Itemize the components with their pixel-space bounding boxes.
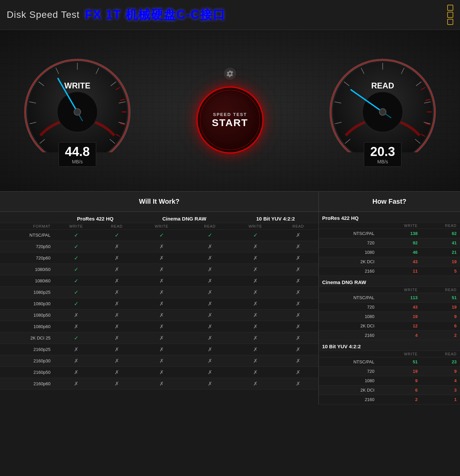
table-row: 1080p30✓✗✗✗✗✗	[0, 298, 318, 310]
compat-cell: ✗	[233, 332, 278, 344]
read-unit: MB/s	[370, 159, 395, 164]
compat-cell: ✗	[278, 275, 318, 287]
compat-cell: ✗	[98, 298, 136, 310]
will-it-work-section: Will It Work? ProRes 422 HQ Cinema DNG R…	[0, 192, 319, 404]
fast-data-row: 2K DCI126	[319, 321, 460, 331]
write-gauge-svg: WRITE	[20, 55, 135, 152]
cross-mark: ✗	[74, 312, 78, 318]
start-button[interactable]: SPEED TEST START	[196, 86, 264, 154]
fast-write-cell: 92	[378, 238, 421, 248]
cross-mark: ✗	[74, 324, 78, 329]
table-row: 2160p25✗✗✗✗✗✗	[0, 344, 318, 355]
compat-cell: ✗	[54, 321, 98, 332]
compat-cell: ✗	[54, 367, 98, 378]
fast-label-cell: 1080	[319, 248, 378, 257]
fast-data-row: NTSC/PAL11351	[319, 293, 460, 303]
compat-cell: ✗	[98, 275, 136, 287]
compat-cell: ✓	[54, 252, 98, 264]
cross-mark: ✗	[296, 255, 300, 261]
cross-mark: ✗	[208, 278, 212, 284]
cross-mark: ✗	[159, 301, 164, 307]
format-cell: 2160p25	[0, 344, 54, 355]
fast-write-cell: 43	[378, 303, 421, 312]
cross-mark: ✗	[159, 312, 164, 318]
compat-cell: ✗	[278, 310, 318, 321]
fast-read-cell: 21	[421, 248, 460, 257]
compat-cell: ✓	[54, 241, 98, 252]
cross-mark: ✗	[115, 278, 119, 284]
compat-cell: ✗	[187, 367, 233, 378]
fast-data-row: 7209241	[319, 238, 460, 248]
fast-label-cell: 2160	[319, 395, 378, 404]
cross-mark: ✗	[74, 358, 78, 364]
compat-cell: ✗	[98, 378, 136, 390]
header: Disk Speed Test FX 1T 机械硬盘C-C接口	[0, 0, 460, 30]
settings-icon[interactable]	[224, 68, 236, 80]
compat-cell: ✗	[233, 321, 278, 332]
col-prores-read: READ	[98, 223, 136, 230]
fast-read-cell: 41	[421, 238, 460, 248]
group-header-row: ProRes 422 HQ Cinema DNG RAW 10 Bit YUV …	[0, 212, 318, 223]
cross-mark: ✗	[115, 347, 119, 352]
cross-mark: ✗	[115, 267, 119, 272]
fast-label-cell: 2K DCI	[319, 257, 378, 267]
compat-cell: ✗	[187, 252, 233, 264]
fast-write-cell: 2	[378, 395, 421, 404]
compat-cell: ✗	[54, 310, 98, 321]
will-it-work-title: Will It Work?	[0, 192, 318, 212]
fast-data-row: 2160115	[319, 267, 460, 276]
table-row: 2160p60✗✗✗✗✗✗	[0, 378, 318, 390]
format-spacer	[0, 212, 54, 223]
cross-mark: ✗	[296, 244, 300, 249]
cross-mark: ✗	[208, 381, 212, 387]
compat-cell: ✗	[278, 332, 318, 344]
compat-cell: ✗	[54, 344, 98, 355]
compat-cell: ✗	[278, 230, 318, 241]
compat-cell: ✗	[136, 367, 187, 378]
fast-data-row: 10804621	[319, 248, 460, 257]
compat-cell: ✗	[187, 241, 233, 252]
compat-table: ProRes 422 HQ Cinema DNG RAW 10 Bit YUV …	[0, 212, 318, 390]
fast-group-name: Cinema DNG RAW	[319, 276, 460, 287]
fast-data-row: 108094	[319, 376, 460, 386]
cross-mark: ✗	[208, 324, 212, 329]
compat-cell: ✓	[187, 230, 233, 241]
compat-cell: ✗	[187, 321, 233, 332]
cross-mark: ✗	[159, 267, 164, 272]
check-mark: ✓	[253, 232, 258, 238]
cross-mark: ✗	[253, 289, 258, 295]
compat-cell: ✓	[54, 275, 98, 287]
cross-mark: ✗	[74, 381, 78, 387]
how-fast-title: How Fast?	[319, 192, 460, 212]
cross-mark: ✗	[159, 347, 164, 352]
fast-read-cell: 19	[421, 303, 460, 312]
write-gauge-container: WRITE	[20, 55, 135, 152]
fast-col-label: WRITE	[378, 223, 421, 229]
fast-write-cell: 46	[378, 248, 421, 257]
cross-mark: ✗	[208, 301, 212, 307]
cross-mark: ✗	[296, 335, 300, 341]
col-cdng-read: READ	[187, 223, 233, 230]
fast-data-row: 2K DCI63	[319, 386, 460, 395]
check-mark: ✓	[74, 289, 78, 295]
cross-mark: ✗	[208, 289, 212, 295]
format-cell: 2160p50	[0, 367, 54, 378]
compat-cell: ✗	[54, 355, 98, 367]
app-title: Disk Speed Test	[7, 9, 80, 20]
compat-cell: ✗	[233, 275, 278, 287]
cross-mark: ✗	[115, 312, 119, 318]
cross-mark: ✗	[159, 278, 164, 284]
cross-mark: ✗	[296, 278, 300, 284]
fast-col-label: WRITE	[378, 351, 421, 357]
cross-mark: ✗	[115, 289, 119, 295]
compat-cell: ✗	[187, 378, 233, 390]
cross-mark: ✗	[296, 358, 300, 364]
fast-label-cell: 2K DCI	[319, 386, 378, 395]
fast-write-cell: 6	[378, 386, 421, 395]
fast-read-cell: 4	[421, 376, 460, 386]
read-value-box: 20.3 MB/s	[364, 142, 401, 167]
gear-svg	[226, 70, 234, 77]
fast-data-row: 2K DCI4319	[319, 257, 460, 267]
compat-cell: ✗	[136, 275, 187, 287]
cross-mark: ✗	[115, 335, 119, 341]
